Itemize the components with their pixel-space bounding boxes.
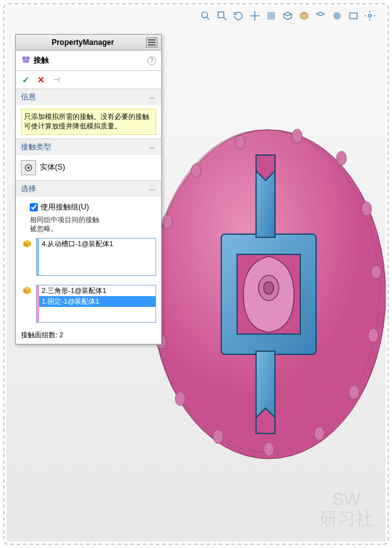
panel-options-icon[interactable] [146, 37, 157, 47]
selection-section-header[interactable]: 选择 ︿ [16, 181, 161, 197]
pin-icon[interactable]: ⊣ [51, 75, 61, 85]
cancel-icon[interactable]: ✕ [36, 75, 46, 85]
view-orient-icon[interactable] [297, 9, 311, 23]
zoom-area-icon[interactable] [215, 9, 229, 23]
pan-icon[interactable] [248, 9, 262, 23]
info-section-header[interactable]: 信息 ︿ [16, 89, 161, 105]
view-toolbar [196, 6, 379, 25]
use-contact-group-label: 使用接触组(U) [40, 202, 89, 213]
svg-point-5 [336, 151, 346, 165]
svg-point-7 [371, 265, 381, 279]
chevron-up-icon: ︿ [149, 92, 156, 103]
selection-subtext: 相同组中项目间的接触 被忽略。 [21, 214, 156, 235]
panel-title: PropertyManager [20, 38, 146, 47]
svg-point-28 [369, 15, 372, 18]
svg-point-4 [292, 129, 302, 143]
svg-point-2 [191, 164, 201, 178]
svg-point-9 [349, 385, 359, 399]
watermark: SW 研习社 [320, 490, 373, 529]
svg-point-3 [235, 135, 245, 149]
selection-list-1[interactable]: 4.从动槽口-1@装配体1 [36, 238, 156, 276]
info-message: 只添加模拟所需的接触。没有必要的接触可使计算放慢并降低模拟质量。 [21, 109, 156, 135]
panel-header: PropertyManager [16, 35, 161, 51]
appearance-icon[interactable] [330, 9, 344, 23]
svg-rect-27 [350, 13, 357, 19]
svg-rect-25 [267, 12, 275, 20]
section-icon[interactable] [264, 9, 278, 23]
settings-icon[interactable] [363, 9, 377, 23]
chevron-up-icon: ︿ [149, 142, 156, 153]
group1-icon [21, 238, 34, 276]
svg-point-8 [368, 328, 378, 342]
contact-type-section-header[interactable]: 接触类型 ︿ [16, 139, 161, 155]
svg-point-11 [264, 442, 274, 456]
feature-label: 接触 [34, 55, 147, 66]
solid-type-icon[interactable] [21, 160, 36, 175]
svg-rect-31 [148, 44, 156, 46]
svg-rect-34 [23, 60, 29, 63]
svg-rect-24 [218, 12, 224, 18]
svg-rect-30 [148, 42, 156, 43]
svg-point-33 [26, 56, 30, 60]
list-item[interactable]: 2.三角形-1@装配体1 [37, 285, 156, 296]
list-item[interactable]: 4.从动槽口-1@装配体1 [37, 239, 156, 249]
svg-point-22 [264, 282, 274, 294]
list-item[interactable]: 1.固定-1@装配体1 [37, 296, 156, 307]
svg-point-12 [213, 430, 223, 444]
hide-show-icon[interactable] [314, 9, 328, 23]
zoom-fit-icon[interactable] [199, 9, 212, 23]
svg-point-13 [175, 392, 185, 406]
contact-group-count: 接触面组数: 2 [16, 327, 161, 344]
ok-icon[interactable]: ✓ [21, 75, 31, 85]
help-icon[interactable]: ? [147, 56, 156, 65]
svg-point-6 [362, 202, 372, 216]
property-manager-panel: PropertyManager 接触 ? ✓ ✕ ⊣ 信息 ︿ 只添加模拟所需的… [15, 34, 162, 345]
contact-feature-icon [21, 54, 31, 66]
svg-point-32 [22, 56, 26, 60]
chevron-up-icon: ︿ [149, 184, 156, 194]
group2-icon [21, 285, 34, 323]
svg-point-16 [162, 215, 173, 228]
svg-point-26 [333, 12, 341, 20]
svg-rect-29 [148, 39, 156, 40]
selection-list-2[interactable]: 2.三角形-1@装配体1 1.固定-1@装配体1 [36, 285, 156, 323]
svg-point-36 [27, 166, 30, 169]
svg-point-10 [314, 427, 324, 440]
svg-point-23 [202, 12, 207, 18]
use-contact-group-checkbox[interactable] [30, 203, 38, 211]
scene-icon[interactable] [346, 9, 360, 23]
display-style-icon[interactable] [281, 9, 295, 23]
rotate-icon[interactable] [231, 9, 245, 23]
solid-type-label: 实体(S) [40, 162, 65, 173]
